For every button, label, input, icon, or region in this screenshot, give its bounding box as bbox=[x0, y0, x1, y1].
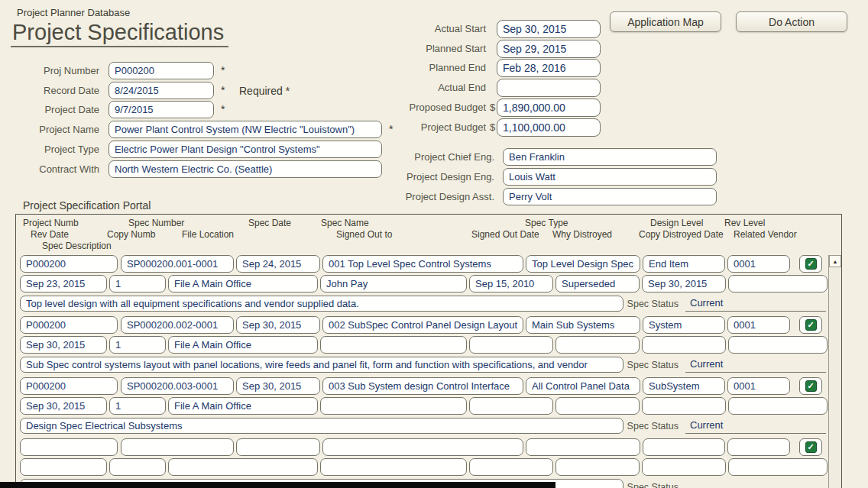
proj-number-field[interactable]: P000200 bbox=[108, 62, 214, 79]
project-chief-eng-field[interactable]: Ben Franklin bbox=[503, 148, 717, 166]
record-check-button[interactable]: ✓ bbox=[799, 316, 822, 334]
rev-level-field[interactable]: 0001 bbox=[727, 255, 790, 273]
record-check-button[interactable]: ✓ bbox=[799, 255, 822, 273]
spec-type-header: Spec Type bbox=[525, 218, 568, 228]
spec-type-field[interactable]: Top Level Design Spec bbox=[526, 255, 640, 273]
copy-distroyed-date-field[interactable] bbox=[642, 397, 726, 415]
rev-date-field[interactable] bbox=[20, 458, 107, 476]
rev-date-field[interactable]: Sep 30, 2015 bbox=[20, 336, 107, 354]
project-budget-field[interactable]: 1,100,000.00 bbox=[497, 118, 601, 137]
related-vendor-header: Related Vendor bbox=[734, 229, 797, 240]
record-check-button[interactable]: ✓ bbox=[799, 438, 822, 456]
why-distroyed-field[interactable] bbox=[555, 397, 640, 415]
spec-name-field[interactable] bbox=[322, 438, 523, 456]
spec-name-header: Spec Name bbox=[321, 218, 369, 228]
planned-end-field[interactable]: Feb 28, 2016 bbox=[497, 59, 601, 77]
signed-out-date-field[interactable]: Sep 15, 2010 bbox=[469, 275, 553, 292]
proj-numb-field[interactable]: P000200 bbox=[20, 316, 118, 334]
spec-name-field[interactable]: 001 Top Level Spec Control Systems bbox=[322, 255, 523, 273]
file-location-field[interactable]: File A Main Office bbox=[168, 397, 318, 415]
design-level-field[interactable]: SubSystem bbox=[643, 377, 725, 395]
copy-distroyed-date-field[interactable] bbox=[642, 458, 726, 476]
signed-out-to-field[interactable] bbox=[320, 397, 467, 415]
spec-date-field[interactable] bbox=[236, 438, 320, 456]
spec-date-field[interactable]: Sep 30, 2015 bbox=[236, 316, 320, 334]
proposed-budget-field[interactable]: 1,890,000.00 bbox=[497, 99, 601, 117]
design-level-field[interactable]: System bbox=[643, 316, 725, 334]
signed-out-date-field[interactable] bbox=[469, 336, 553, 354]
application-map-button[interactable]: Application Map bbox=[610, 11, 721, 32]
file-location-field[interactable]: File A Main Office bbox=[168, 336, 318, 354]
spec-description-field[interactable]: Design Spec Electrical Subsystems bbox=[20, 418, 623, 434]
signed-out-to-field[interactable]: John Pay bbox=[320, 275, 467, 292]
proj-numb-field[interactable]: P000200 bbox=[20, 377, 118, 395]
design-level-field[interactable]: End Item bbox=[643, 255, 725, 273]
spec-date-field[interactable]: Sep 24, 2015 bbox=[236, 255, 320, 273]
copy-numb-field[interactable]: 1 bbox=[109, 397, 166, 415]
spec-date-field[interactable]: Sep 30, 2015 bbox=[236, 377, 320, 395]
spec-status-field[interactable]: Current bbox=[685, 296, 826, 312]
actual-start-field[interactable]: Sep 30, 2015 bbox=[497, 20, 601, 38]
related-vendor-field[interactable] bbox=[728, 336, 828, 354]
contract-with-field[interactable]: North Western Electric Co. (Seattle) bbox=[108, 160, 382, 178]
do-action-button[interactable]: Do Action bbox=[736, 11, 847, 32]
related-vendor-field[interactable] bbox=[728, 275, 828, 292]
spec-type-field[interactable]: Main Sub Systems bbox=[526, 316, 640, 334]
copy-numb-field[interactable]: 1 bbox=[109, 336, 166, 354]
signed-out-to-field[interactable] bbox=[320, 336, 467, 354]
signed-out-to-header: Signed Out to bbox=[336, 229, 392, 240]
actual-end-field[interactable] bbox=[497, 79, 601, 97]
file-location-field[interactable] bbox=[168, 458, 318, 476]
scroll-up-button[interactable]: ▲ bbox=[829, 255, 841, 267]
signed-out-to-field[interactable] bbox=[320, 458, 467, 476]
rev-level-field[interactable]: 0001 bbox=[727, 316, 790, 334]
spec-number-field[interactable] bbox=[121, 438, 234, 456]
portal-scrollbar[interactable]: ▲ bbox=[828, 255, 841, 488]
copy-numb-field[interactable] bbox=[109, 458, 166, 476]
spec-type-field[interactable] bbox=[526, 438, 640, 456]
spec-status-field[interactable]: Current bbox=[685, 418, 826, 434]
spec-number-field[interactable]: SP000200.003-0001 bbox=[121, 377, 234, 395]
proj-numb-field[interactable]: P000200 bbox=[20, 255, 118, 273]
why-distroyed-field[interactable] bbox=[555, 458, 640, 476]
actual-start-label: Actual Start bbox=[381, 20, 486, 37]
why-distroyed-field[interactable] bbox=[555, 336, 640, 354]
copy-distroyed-date-field[interactable] bbox=[642, 336, 726, 354]
record-check-button[interactable]: ✓ bbox=[799, 377, 822, 395]
signed-out-date-field[interactable] bbox=[469, 397, 553, 415]
copy-distroyed-date-field[interactable]: Sep 30, 2015 bbox=[642, 275, 726, 292]
spec-name-field[interactable]: 002 SubSpec Control Panel Design Layout bbox=[322, 316, 523, 334]
copy-numb-field[interactable]: 1 bbox=[109, 275, 166, 292]
rev-level-field[interactable] bbox=[727, 438, 790, 456]
file-location-field[interactable]: File A Main Office bbox=[168, 275, 318, 292]
related-vendor-field[interactable] bbox=[728, 458, 828, 476]
project-name-field[interactable]: Power Plant Control System (NW Electric … bbox=[108, 121, 382, 138]
rev-date-field[interactable]: Sep 30, 2015 bbox=[20, 397, 107, 415]
project-design-eng-field[interactable]: Louis Watt bbox=[503, 168, 717, 186]
project-type-label: Project Type bbox=[15, 141, 99, 158]
spec-description-field[interactable]: Sub Spec control systems layout with pan… bbox=[20, 357, 623, 373]
project-design-asst-field[interactable]: Perry Volt bbox=[503, 188, 717, 205]
why-distroyed-field[interactable]: Superseded bbox=[555, 275, 640, 292]
related-vendor-field[interactable] bbox=[728, 397, 828, 415]
signed-out-date-header: Signed Out Date bbox=[471, 229, 539, 240]
spec-status-field[interactable]: Current bbox=[685, 357, 826, 373]
project-type-field[interactable]: Electric Power Plant Design "Control Sys… bbox=[108, 141, 382, 158]
spec-description-field[interactable]: Top level design with all equipment spec… bbox=[20, 296, 623, 312]
signed-out-date-field[interactable] bbox=[469, 458, 553, 476]
proj-numb-field[interactable] bbox=[20, 438, 118, 456]
spec-type-field[interactable]: All Control Panel Data bbox=[526, 377, 640, 395]
project-numb-header: Project Numb bbox=[23, 218, 79, 228]
planned-start-field[interactable]: Sep 29, 2015 bbox=[497, 40, 601, 58]
design-level-field[interactable] bbox=[643, 438, 725, 456]
spec-status-field[interactable] bbox=[685, 479, 826, 488]
spec-number-field[interactable]: SP000200.001-0001 bbox=[121, 255, 234, 273]
project-date-required-asterisk: * bbox=[221, 103, 225, 115]
spec-name-field[interactable]: 003 Sub System design Control Interface bbox=[322, 377, 523, 395]
project-date-field[interactable]: 9/7/2015 bbox=[108, 101, 214, 118]
rev-date-field[interactable]: Sep 23, 2015 bbox=[20, 275, 107, 292]
rev-level-field[interactable]: 0001 bbox=[727, 377, 790, 395]
spec-number-field[interactable]: SP000200.002-0001 bbox=[121, 316, 234, 334]
check-icon: ✓ bbox=[805, 441, 817, 453]
record-date-field[interactable]: 8/24/2015 bbox=[108, 82, 214, 99]
